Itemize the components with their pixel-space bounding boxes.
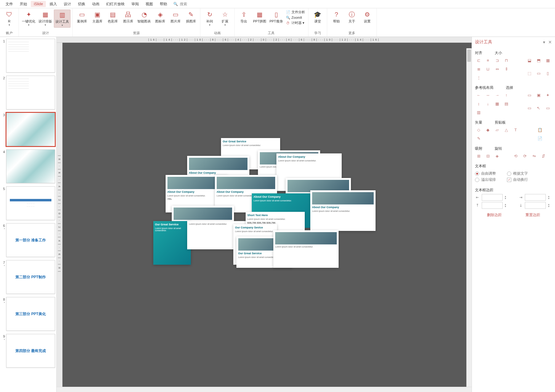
tool-icon[interactable]: ↔ bbox=[484, 92, 492, 98]
ribbon-文件分析[interactable]: 📄文件分析 bbox=[285, 10, 306, 15]
search-label[interactable]: 搜索 bbox=[180, 2, 187, 7]
tool-icon[interactable]: ▥ bbox=[475, 109, 482, 116]
tool-icon[interactable]: ▱ bbox=[493, 126, 501, 133]
menu-文件[interactable]: 文件 bbox=[2, 1, 16, 8]
tool-icon[interactable]: ▯ bbox=[544, 70, 552, 77]
tool-icon[interactable]: ⇵ bbox=[540, 152, 547, 159]
panel-dropdown-icon[interactable]: ▾ bbox=[543, 40, 545, 45]
ribbon-帮助[interactable]: ?帮助 bbox=[329, 10, 344, 24]
thumbnail-2[interactable]: ········································… bbox=[6, 76, 55, 109]
thumbnail-3[interactable] bbox=[6, 113, 55, 146]
ribbon-图示库[interactable]: 品图示库 bbox=[121, 10, 135, 24]
ribbon-一键优化[interactable]: ✦一键优化▾ bbox=[21, 10, 37, 27]
ribbon-PPT拼图[interactable]: ▦PPT拼图 bbox=[252, 10, 267, 24]
thumbnail-9[interactable]: 第四部分 最终完成 bbox=[6, 334, 55, 368]
thumbnail-4[interactable] bbox=[6, 149, 55, 183]
margin-left-input[interactable] bbox=[482, 194, 503, 201]
ribbon-图标库[interactable]: ◈图标库 bbox=[153, 10, 167, 24]
margin-right-input[interactable] bbox=[525, 194, 546, 201]
menu-设计[interactable]: 设计 bbox=[61, 1, 74, 8]
menu-视图[interactable]: 视图 bbox=[143, 1, 156, 8]
ribbon-色彩库[interactable]: ▤色彩库 bbox=[105, 10, 120, 24]
search-icon[interactable]: 🔍 bbox=[173, 2, 178, 6]
tool-icon[interactable]: ⊞ bbox=[475, 152, 482, 159]
tool-icon[interactable]: ⇋ bbox=[530, 152, 538, 159]
tool-icon[interactable]: ≣ bbox=[475, 65, 482, 72]
tool-icon[interactable]: ⬚ bbox=[526, 70, 533, 77]
thumbnail-6[interactable]: 第一部分 准备工作 bbox=[6, 223, 55, 257]
tool-icon[interactable]: ◆ bbox=[484, 126, 492, 133]
slide-thumbnail-panel[interactable]: 1·······································… bbox=[0, 37, 57, 392]
ribbon-设计工具[interactable]: ▥设计工具▾ bbox=[54, 10, 70, 28]
ribbon-设计排版[interactable]: ▦设计排版▾ bbox=[37, 10, 53, 27]
tool-icon[interactable]: ⋮ bbox=[475, 74, 482, 81]
menu-开始[interactable]: 开始 bbox=[17, 1, 30, 8]
ribbon-图片库[interactable]: ▭图片库 bbox=[168, 10, 183, 24]
ribbon-插图库[interactable]: ✎插图库 bbox=[183, 10, 198, 24]
ribbon-扩展[interactable]: ☆扩展▾ bbox=[218, 10, 232, 27]
tool-icon[interactable]: ↓ bbox=[484, 100, 492, 107]
ribbon-智能图表[interactable]: ◔智能图表 bbox=[136, 10, 152, 24]
tool-icon[interactable]: 📄 bbox=[536, 135, 544, 142]
tool-icon[interactable]: △ bbox=[503, 126, 510, 133]
tool-icon[interactable]: ⊐ bbox=[493, 57, 501, 64]
ribbon-设置[interactable]: ⚙设置 bbox=[360, 10, 375, 24]
ribbon-导出[interactable]: ⇪导出 bbox=[236, 10, 251, 24]
tool-icon[interactable]: ⬓ bbox=[526, 57, 533, 64]
tool-icon[interactable]: ⊏ bbox=[475, 57, 482, 64]
ribbon-案例库[interactable]: ▭案例库 bbox=[74, 10, 89, 24]
panel-close-icon[interactable]: ✕ bbox=[548, 40, 552, 45]
thumbnail-5[interactable]: ··· ··· ··· ······ ··· ··· ··· bbox=[6, 186, 55, 220]
tool-icon[interactable]: ↑ bbox=[503, 92, 510, 98]
template-card[interactable]: About Our CompanyLorem ipsum dolor sit a… bbox=[310, 190, 376, 231]
radio-autofit[interactable]: 自由调整 bbox=[475, 171, 496, 176]
thumbnail-7[interactable]: 第二部分 PPT制作 bbox=[6, 260, 55, 294]
tool-icon[interactable]: ⬒ bbox=[535, 57, 542, 64]
template-card[interactable]: Lorem ipsum dolor sit amet consectetur. bbox=[273, 230, 339, 268]
menu-帮助[interactable]: 帮助 bbox=[157, 1, 170, 8]
thumbnail-8[interactable]: 第三部分 PPT美化 bbox=[6, 297, 55, 331]
tool-icon[interactable]: ≡ bbox=[484, 57, 492, 64]
ribbon-计时器[interactable]: ⏱计时器 ▾ bbox=[285, 20, 306, 26]
tool-icon[interactable]: ◇ bbox=[475, 126, 482, 133]
menu-动画[interactable]: 动画 bbox=[89, 1, 103, 8]
margin-top-input[interactable] bbox=[482, 202, 503, 209]
tool-icon[interactable]: ◈ bbox=[493, 152, 501, 159]
tool-icon[interactable]: ⊟ bbox=[484, 152, 492, 159]
ribbon-主题库[interactable]: ▣主题库 bbox=[90, 10, 105, 24]
margin-bottom-input[interactable] bbox=[525, 202, 546, 209]
ribbon-课堂[interactable]: 🎓课堂 bbox=[310, 10, 325, 24]
ribbon-关于[interactable]: ⓘ关于 bbox=[344, 10, 359, 24]
tool-icon[interactable]: → bbox=[493, 92, 501, 98]
tool-icon[interactable]: T bbox=[512, 126, 519, 133]
menu-幻灯片放映[interactable]: 幻灯片放映 bbox=[103, 1, 128, 8]
tool-icon[interactable]: ▭ bbox=[535, 70, 542, 77]
template-card[interactable]: Our Great ServiceLorem ipsum dolor sit a… bbox=[153, 221, 191, 265]
tool-icon[interactable]: ↖ bbox=[535, 105, 542, 111]
menu-iSlide[interactable]: iSlide bbox=[31, 1, 46, 7]
slide-canvas[interactable]: Our Great ServiceLorem ipsum dolor sit a… bbox=[62, 43, 472, 387]
tool-icon[interactable]: ⇔ bbox=[493, 65, 501, 72]
tool-icon[interactable]: ▭ bbox=[526, 105, 533, 111]
tool-icon[interactable]: ⊔ bbox=[484, 65, 492, 72]
tool-icon[interactable]: ▣ bbox=[535, 92, 542, 98]
horizontal-scrollbar[interactable] bbox=[57, 387, 472, 392]
tool-icon[interactable]: ⟳ bbox=[521, 152, 529, 159]
vertical-scrollbar[interactable] bbox=[466, 48, 472, 387]
tool-icon[interactable]: 📋 bbox=[536, 126, 544, 133]
tool-icon[interactable]: ↕ bbox=[475, 100, 482, 107]
ribbon-PPT瘦身[interactable]: ▯PPT瘦身 bbox=[268, 10, 284, 24]
check-wrap[interactable]: ✓自动换行 bbox=[507, 177, 528, 182]
tool-icon[interactable]: ⟲ bbox=[512, 152, 519, 159]
menu-审阅[interactable]: 审阅 bbox=[128, 1, 142, 8]
radio-resize[interactable]: 根据文字 bbox=[507, 171, 528, 176]
ribbon-补间[interactable]: ↻补间▾ bbox=[202, 10, 217, 27]
reset-margin-button[interactable]: 重置边距 bbox=[525, 212, 540, 218]
menu-插入[interactable]: 插入 bbox=[46, 1, 60, 8]
tool-icon[interactable]: ← bbox=[475, 92, 482, 98]
tool-icon[interactable]: ✦ bbox=[544, 92, 552, 98]
tool-icon[interactable]: ▦ bbox=[493, 100, 501, 107]
ribbon-R[interactable]: 🛡R▾ bbox=[2, 10, 17, 27]
menu-切换[interactable]: 切换 bbox=[75, 1, 88, 8]
tool-icon[interactable]: ▤ bbox=[503, 100, 510, 107]
